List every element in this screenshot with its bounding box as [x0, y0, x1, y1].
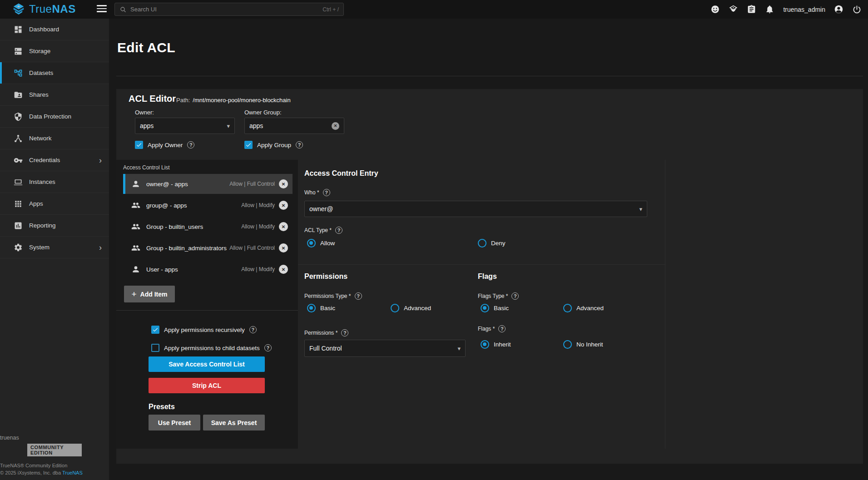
acl-row-group[interactable]: group@ - apps Allow | Modify ✕	[123, 195, 293, 215]
acl-list-title: Access Control List	[123, 164, 170, 171]
flags-no-inherit-radio[interactable]: No Inherit	[563, 340, 603, 349]
acl-row-owner[interactable]: owner@ - apps Allow | Full Control ✕	[123, 174, 293, 194]
help-icon[interactable]: ?	[296, 141, 303, 148]
delete-entry-icon[interactable]: ✕	[279, 201, 288, 210]
feedback-smiley-icon[interactable]	[710, 5, 720, 14]
sidebar-item-instances[interactable]: Instances	[0, 171, 109, 193]
apply-recursively-checkbox[interactable]	[151, 326, 159, 334]
search-bar[interactable]: Ctrl + /	[114, 3, 344, 16]
sidebar-item-apps[interactable]: Apps	[0, 193, 109, 215]
jobs-clipboard-icon[interactable]	[747, 5, 756, 14]
sidebar-item-data-protection[interactable]: Data Protection	[0, 106, 109, 128]
user-avatar-icon[interactable]	[834, 5, 843, 14]
permissions-type-advanced-radio[interactable]: Advanced	[391, 304, 431, 312]
apply-child-datasets-checkbox[interactable]	[151, 344, 159, 352]
acl-row-builtin-users[interactable]: Group - builtin_users Allow | Modify ✕	[123, 217, 293, 237]
acl-row-permission: Allow | Modify	[241, 223, 275, 230]
sidebar-item-label: Storage	[29, 48, 50, 54]
sidebar-item-system[interactable]: System ›	[0, 237, 109, 258]
acl-row-user-apps[interactable]: User - apps Allow | Modify ✕	[123, 259, 293, 279]
help-icon[interactable]: ?	[249, 326, 257, 333]
apply-owner-checkbox[interactable]	[135, 141, 143, 149]
form-divider	[298, 264, 665, 265]
footer-product: TrueNAS® Community Edition	[0, 463, 109, 468]
radio-icon	[563, 304, 572, 312]
acl-row-builtin-administrators[interactable]: Group - builtin_administrators Allow | F…	[123, 238, 293, 258]
help-icon[interactable]: ?	[511, 292, 519, 300]
chevron-down-icon: ▾	[227, 123, 230, 129]
chevron-right-icon: ›	[99, 156, 102, 164]
access-control-list-panel: Access Control List owner@ - apps Allow …	[116, 160, 298, 449]
sidebar-item-network[interactable]: Network	[0, 128, 109, 149]
acl-type-allow-radio[interactable]: Allow	[307, 239, 335, 247]
chevron-down-icon: ▾	[457, 345, 461, 352]
help-icon[interactable]: ?	[341, 329, 348, 336]
acl-editor-heading: ACL Editor	[129, 94, 176, 104]
sidebar-item-label: System	[29, 244, 50, 251]
delete-entry-icon[interactable]: ✕	[279, 179, 288, 188]
permissions-select[interactable]: Full Control ▾	[304, 340, 466, 357]
sidebar-item-label: Network	[29, 135, 52, 142]
help-icon[interactable]: ?	[264, 344, 272, 351]
strip-acl-button[interactable]: Strip ACL	[149, 378, 265, 393]
search-input[interactable]	[130, 6, 322, 13]
radio-selected-icon	[481, 304, 489, 312]
owner-select[interactable]: apps ▾	[135, 118, 235, 134]
hostname: truenas	[0, 435, 109, 441]
sidebar-item-shares[interactable]: Shares	[0, 84, 109, 106]
sidebar-item-dashboard[interactable]: Dashboard	[0, 19, 109, 40]
help-icon[interactable]: ?	[187, 141, 194, 148]
who-select[interactable]: owner@ ▾	[304, 201, 647, 217]
sidebar-item-datasets[interactable]: Datasets	[0, 62, 109, 84]
delete-entry-icon[interactable]: ✕	[279, 243, 288, 252]
vertical-divider	[665, 160, 665, 449]
apply-group-row: Apply Group ?	[244, 141, 303, 149]
sidebar-item-storage[interactable]: Storage	[0, 40, 109, 62]
sidebar-item-credentials[interactable]: Credentials ›	[0, 149, 109, 171]
help-icon[interactable]: ?	[335, 227, 342, 234]
key-icon	[14, 156, 23, 165]
help-icon[interactable]: ?	[355, 292, 362, 300]
group-icon	[131, 222, 140, 231]
power-icon[interactable]	[852, 5, 862, 14]
save-acl-button[interactable]: Save Access Control List	[149, 356, 265, 372]
sidebar-item-label: Dashboard	[29, 26, 59, 33]
shield-icon	[14, 112, 23, 121]
sidebar-item-label: Instances	[29, 178, 55, 185]
panel-divider	[116, 310, 298, 311]
brand-wordmark: TrueNAS	[29, 3, 76, 15]
help-icon[interactable]: ?	[323, 189, 330, 196]
datasets-tree-icon	[14, 69, 23, 78]
menu-toggle-icon[interactable]	[97, 5, 107, 13]
child-datasets-row: Apply permissions to child datasets ?	[151, 344, 272, 352]
delete-entry-icon[interactable]: ✕	[279, 265, 288, 274]
delete-entry-icon[interactable]: ✕	[279, 222, 288, 231]
truenas-screen: TrueNAS Ctrl + / truenas_admin	[0, 0, 868, 480]
add-item-button[interactable]: + Add Item	[124, 286, 175, 302]
sidebar-item-reporting[interactable]: Reporting	[0, 215, 109, 237]
presets-heading: Presets	[149, 403, 175, 411]
radio-selected-icon	[307, 304, 316, 312]
apply-group-label: Apply Group	[257, 142, 291, 148]
flags-inherit-radio[interactable]: Inherit	[481, 340, 511, 349]
use-preset-button[interactable]: Use Preset	[149, 415, 200, 431]
clear-icon[interactable]: ✕	[332, 122, 339, 130]
truecommand-icon[interactable]	[729, 5, 738, 14]
acl-type-deny-radio[interactable]: Deny	[478, 239, 506, 247]
truenas-link[interactable]: TrueNAS	[62, 470, 83, 475]
permissions-type-basic-radio[interactable]: Basic	[307, 304, 335, 312]
alerts-bell-icon[interactable]	[765, 5, 774, 14]
sidebar-item-label: Credentials	[29, 157, 60, 163]
child-datasets-label: Apply permissions to child datasets	[164, 345, 260, 351]
owner-group-input[interactable]: apps ✕	[244, 118, 344, 134]
permissions-label: Permissions *?	[304, 329, 348, 336]
topbar: TrueNAS Ctrl + / truenas_admin	[0, 0, 868, 19]
apply-group-checkbox[interactable]	[244, 141, 253, 149]
person-icon	[131, 179, 140, 188]
laptop-icon	[14, 178, 23, 187]
save-as-preset-button[interactable]: Save As Preset	[203, 415, 265, 431]
who-label: Who *?	[304, 189, 330, 196]
help-icon[interactable]: ?	[498, 325, 506, 332]
flags-type-advanced-radio[interactable]: Advanced	[563, 304, 604, 312]
flags-type-basic-radio[interactable]: Basic	[481, 304, 509, 312]
